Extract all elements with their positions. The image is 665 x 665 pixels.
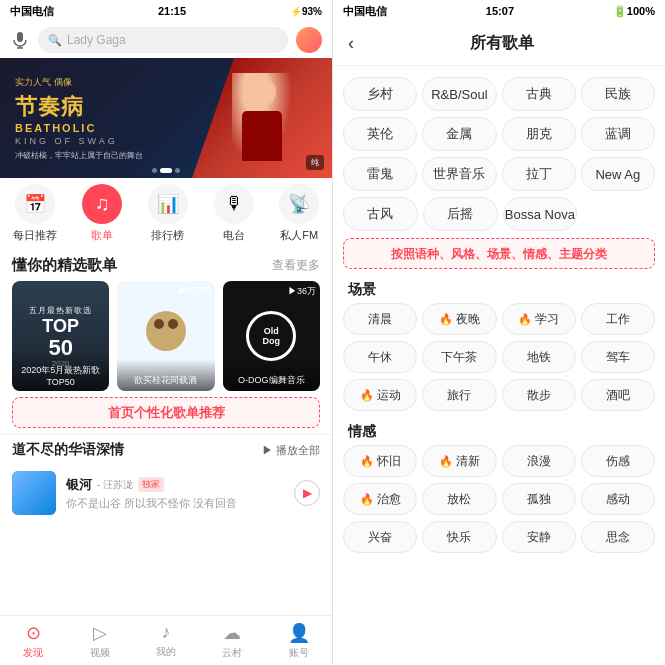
bottom-nav-discover[interactable]: ⊙ 发现 bbox=[0, 622, 66, 660]
nav-label-fm: 私人FM bbox=[280, 228, 318, 243]
genre-tag-rnb[interactable]: R&B/Soul bbox=[422, 77, 496, 111]
card-caption-odog: O-DOG编舞音乐 bbox=[223, 359, 320, 391]
emotion-tag-relax[interactable]: 放松 bbox=[422, 483, 496, 515]
status-bar-left: 中国电信 21:15 ⚡93% bbox=[0, 0, 332, 22]
right-title: 所有歌单 bbox=[354, 33, 650, 54]
annotation-right: 按照语种、风格、场景、情感、主题分类 bbox=[343, 238, 655, 269]
emotion-tag-romance[interactable]: 浪漫 bbox=[502, 445, 576, 477]
scene-tag-night[interactable]: 🔥夜晚 bbox=[422, 303, 496, 335]
playlist-card-odog[interactable]: Old Dog ▶36万 O-DOG编舞音乐 bbox=[223, 281, 320, 391]
song-play-button-yinhe[interactable]: ▶ bbox=[294, 480, 320, 506]
duffy-char bbox=[141, 311, 191, 361]
genre-tag-postrock[interactable]: 后摇 bbox=[423, 197, 498, 231]
scene-tag-exercise[interactable]: 🔥运动 bbox=[343, 379, 417, 411]
status-bar-right: 中国电信 15:07 🔋100% bbox=[333, 0, 665, 22]
emotion-tag-lonely[interactable]: 孤独 bbox=[502, 483, 576, 515]
nav-label-daily: 每日推荐 bbox=[13, 228, 57, 243]
scene-tag-walk[interactable]: 散步 bbox=[502, 379, 576, 411]
nav-icon-fm: 📡 bbox=[279, 184, 319, 224]
song-thumb-yinhe bbox=[12, 471, 56, 515]
annotation-right-text: 按照语种、风格、场景、情感、主题分类 bbox=[391, 247, 607, 261]
card-play-count-duffy: ▶42708 bbox=[179, 285, 211, 295]
nav-icon-daily: 📅 bbox=[15, 184, 55, 224]
nav-item-radio[interactable]: 🎙 电台 bbox=[214, 184, 254, 243]
emotion-tag-miss[interactable]: 思念 bbox=[581, 521, 655, 553]
account-icon: 👤 bbox=[288, 622, 310, 644]
scene-tag-subway[interactable]: 地铁 bbox=[502, 341, 576, 373]
emotion-row-1: 🔥怀旧 🔥清新 浪漫 伤感 bbox=[343, 445, 655, 477]
bottom-nav-my[interactable]: ♪ 我的 bbox=[133, 622, 199, 659]
genre-tag-reggae[interactable]: 雷鬼 bbox=[343, 157, 417, 191]
fire-icon-exercise: 🔥 bbox=[360, 389, 374, 402]
curated-more[interactable]: 查看更多 bbox=[272, 257, 320, 274]
battery-left: ⚡93% bbox=[290, 6, 322, 17]
user-avatar[interactable] bbox=[296, 27, 322, 53]
nav-icons: 📅 每日推荐 ♫ 歌单 📊 排行榜 🎙 电台 📡 私人FM bbox=[0, 178, 332, 248]
scene-tag-work[interactable]: 工作 bbox=[581, 303, 655, 335]
emotion-tag-quiet[interactable]: 安静 bbox=[502, 521, 576, 553]
scene-tag-bar[interactable]: 酒吧 bbox=[581, 379, 655, 411]
annotation-box-left: 首页个性化歌单推荐 bbox=[12, 397, 320, 428]
curated-title: 懂你的精选歌单 bbox=[12, 256, 117, 275]
nav-item-fm[interactable]: 📡 私人FM bbox=[279, 184, 319, 243]
my-icon: ♪ bbox=[162, 622, 171, 643]
emotion-row-2: 🔥治愈 放松 孤独 感动 bbox=[343, 483, 655, 515]
genre-tag-ethnic[interactable]: 民族 bbox=[581, 77, 655, 111]
genre-tag-newage[interactable]: New Ag bbox=[581, 157, 655, 191]
banner-desc: 冲破枯槁，牢牢站上属于自己的舞台 bbox=[15, 150, 143, 161]
genre-tag-punk[interactable]: 朋克 bbox=[502, 117, 576, 151]
search-placeholder-text: Lady Gaga bbox=[67, 33, 126, 47]
genre-tag-metal[interactable]: 金属 bbox=[422, 117, 496, 151]
scene-tag-morning[interactable]: 清晨 bbox=[343, 303, 417, 335]
genre-row-2: 英伦 金属 朋克 蓝调 bbox=[333, 114, 665, 154]
emotion-tag-nostalgia[interactable]: 🔥怀旧 bbox=[343, 445, 417, 477]
genre-tag-world[interactable]: 世界音乐 bbox=[422, 157, 496, 191]
genre-tag-empty bbox=[582, 197, 655, 231]
playlist-row: 五月最热新歌选 TOP 50 2020 2020年5月最热新歌TOP50 ▶42… bbox=[0, 281, 332, 391]
scene-tag-travel[interactable]: 旅行 bbox=[422, 379, 496, 411]
search-input[interactable]: 🔍 Lady Gaga bbox=[38, 27, 288, 53]
bottom-nav-video[interactable]: ▷ 视频 bbox=[66, 622, 132, 660]
genre-tag-latin[interactable]: 拉丁 bbox=[502, 157, 576, 191]
playlist-card-duffy[interactable]: ▶42708 欲买桂花同载酒 bbox=[117, 281, 214, 391]
fire-icon-night: 🔥 bbox=[439, 313, 453, 326]
bottom-nav-account[interactable]: 👤 账号 bbox=[266, 622, 332, 660]
emotion-tag-heal[interactable]: 🔥治愈 bbox=[343, 483, 417, 515]
nav-item-daily[interactable]: 📅 每日推荐 bbox=[13, 184, 57, 243]
emotion-tag-moved[interactable]: 感动 bbox=[581, 483, 655, 515]
mic-icon[interactable] bbox=[10, 30, 30, 50]
fire-icon-heal: 🔥 bbox=[360, 493, 374, 506]
genre-tag-gufeng[interactable]: 古风 bbox=[343, 197, 418, 231]
emotion-tag-happy[interactable]: 快乐 bbox=[422, 521, 496, 553]
scene-tag-study[interactable]: 🔥学习 bbox=[502, 303, 576, 335]
genre-tag-country[interactable]: 乡村 bbox=[343, 77, 417, 111]
scene-tag-nap[interactable]: 午休 bbox=[343, 341, 417, 373]
carrier-right: 中国电信 bbox=[343, 4, 387, 19]
banner-tag: 实力人气 偶像 bbox=[15, 76, 143, 89]
genre-tag-classic[interactable]: 古典 bbox=[502, 77, 576, 111]
emotion-tag-excited[interactable]: 兴奋 bbox=[343, 521, 417, 553]
song-desc-yinhe: 你不是山谷 所以我不怪你 没有回音 bbox=[66, 496, 284, 511]
genre-row-4: 古风 后摇 Bossa Nova bbox=[333, 194, 665, 234]
genre-tag-blues[interactable]: 蓝调 bbox=[581, 117, 655, 151]
nav-icon-playlist: ♫ bbox=[82, 184, 122, 224]
emotion-tag-sad[interactable]: 伤感 bbox=[581, 445, 655, 477]
discover-label: 发现 bbox=[23, 646, 43, 660]
genre-row-1: 乡村 R&B/Soul 古典 民族 bbox=[333, 74, 665, 114]
play-all-button[interactable]: ▶ 播放全部 bbox=[262, 443, 320, 458]
bottom-nav-cloud[interactable]: ☁ 云村 bbox=[199, 622, 265, 660]
silver-visual bbox=[12, 471, 56, 515]
emotion-tag-fresh[interactable]: 🔥清新 bbox=[422, 445, 496, 477]
song-tag-yinhe: 独家 bbox=[138, 477, 164, 492]
scene-tag-teatime[interactable]: 下午茶 bbox=[422, 341, 496, 373]
banner[interactable]: 实力人气 偶像 节奏病 BEATHOLIC KING OF SWAG 冲破枯槁，… bbox=[0, 58, 332, 178]
video-label: 视频 bbox=[90, 646, 110, 660]
nav-item-chart[interactable]: 📊 排行榜 bbox=[148, 184, 188, 243]
nav-item-playlist[interactable]: ♫ 歌单 bbox=[82, 184, 122, 243]
time-left: 21:15 bbox=[158, 5, 186, 17]
banner-sub2: KING OF SWAG bbox=[15, 136, 143, 146]
scene-tag-drive[interactable]: 驾车 bbox=[581, 341, 655, 373]
genre-tag-britpop[interactable]: 英伦 bbox=[343, 117, 417, 151]
playlist-card-top50[interactable]: 五月最热新歌选 TOP 50 2020 2020年5月最热新歌TOP50 bbox=[12, 281, 109, 391]
genre-tag-bossanova[interactable]: Bossa Nova bbox=[503, 197, 578, 231]
